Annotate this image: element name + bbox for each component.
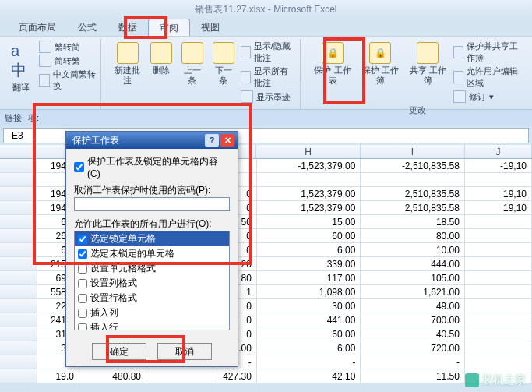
table-row[interactable]: 19.0480.80427.3042.1011.50 (0, 369, 532, 383)
delete-icon (150, 42, 172, 64)
share-icon (417, 42, 439, 64)
permission-item[interactable]: 插入列 (75, 305, 229, 320)
permission-item[interactable]: 设置列格式 (75, 276, 229, 291)
show-hide-comment[interactable]: 显示/隐藏批注 (241, 41, 296, 64)
permission-checkbox[interactable] (78, 279, 87, 288)
permission-checkbox[interactable] (78, 309, 87, 318)
permission-checkbox[interactable] (78, 294, 87, 303)
lock-book-icon: 🔒 (369, 42, 391, 64)
new-comment-button[interactable]: 新建批注 (111, 41, 144, 103)
permission-item[interactable]: 设置单元格格式 (75, 261, 229, 276)
password-input[interactable] (74, 197, 230, 211)
protect-content-checkbox[interactable] (74, 162, 84, 172)
watermark-logo-icon (465, 373, 479, 387)
window-title: 销售表11.27.xlsx - Microsoft Excel (0, 0, 532, 19)
opt-label: 项: (28, 112, 39, 124)
permission-item[interactable]: 插入行 (75, 320, 229, 330)
tab-review[interactable]: 审阅 (148, 19, 190, 36)
col-header-h[interactable]: H (256, 145, 361, 158)
next-comment-button[interactable]: 下一条 (210, 41, 238, 103)
password-label: 取消工作表保护时使用的密码(P): (74, 184, 230, 197)
allow-label: 允许此工作表的所有用户进行(O): (74, 217, 230, 231)
protect-sheet-button[interactable]: 🔒保护 工作表 (310, 41, 354, 103)
next-icon (213, 42, 234, 64)
ribbon-tabs: 页面布局 公式 数据 审阅 视图 (0, 19, 532, 36)
quick-access-row: 链接 项: (0, 109, 532, 126)
dialog-close-button[interactable]: ✕ (220, 134, 234, 147)
show-ink[interactable]: 显示墨迹 (241, 90, 291, 103)
permission-checkbox[interactable] (78, 249, 87, 259)
track-changes-button[interactable]: 修订 ▾ (453, 90, 494, 103)
share-book-button[interactable]: 共享 工作簿 (406, 41, 450, 103)
link-label[interactable]: 链接 (5, 112, 22, 124)
simp-to-trad[interactable]: 繁转简 (39, 41, 80, 53)
col-header-i[interactable]: I (361, 145, 465, 158)
permission-checkbox[interactable] (78, 235, 87, 244)
conv-menu[interactable]: 中文简繁转换 (39, 69, 96, 92)
prev-icon (181, 42, 203, 64)
allow-range-button[interactable]: 允许用户编辑区域 (453, 65, 524, 89)
ok-button[interactable]: 确定 (92, 343, 146, 360)
dialog-help-button[interactable]: ? (205, 134, 219, 147)
protect-book-button[interactable]: 🔒保护 工作簿 (358, 41, 403, 103)
prev-comment-button[interactable]: 上一条 (178, 41, 206, 103)
protect-sheet-dialog: 保护工作表 ? ✕ 保护工作表及锁定的单元格内容(C) 取消工作表保护时使用的密… (65, 131, 238, 367)
comment-icon (117, 42, 139, 64)
tab-layout[interactable]: 页面布局 (8, 19, 67, 36)
tab-view[interactable]: 视图 (190, 19, 231, 36)
watermark: 装机之家 (465, 373, 526, 387)
protect-share-button[interactable]: 保护并共享工作簿 (453, 41, 524, 64)
group-label-changes: 更改 (409, 104, 426, 116)
permission-checkbox[interactable] (78, 264, 87, 274)
trad-to-simp[interactable]: 简转繁 (39, 55, 80, 67)
translate-button[interactable]: a中 翻译 (8, 41, 34, 94)
permission-checkbox[interactable] (78, 323, 87, 331)
delete-comment-button[interactable]: 删除 (147, 41, 175, 103)
protect-checkbox-row[interactable]: 保护工作表及锁定的单元格内容(C) (74, 155, 230, 179)
permission-item[interactable]: 设置行格式 (75, 291, 229, 305)
col-header-j[interactable]: J (465, 145, 532, 158)
cancel-button[interactable]: 取消 (157, 343, 212, 360)
permission-item[interactable]: 选定未锁定的单元格 (75, 246, 229, 261)
lock-sheet-icon: 🔒 (322, 42, 344, 64)
dialog-title: 保护工作表 (72, 134, 119, 147)
cell-reference[interactable]: -E3 (4, 130, 66, 141)
tab-data[interactable]: 数据 (107, 19, 148, 36)
ribbon: a中 翻译 繁转简 简转繁 中文简繁转换 新建批注 删除 上一条 下一条 显示/… (0, 36, 532, 109)
permission-item[interactable]: 选定锁定单元格 (75, 231, 229, 246)
tab-formula[interactable]: 公式 (67, 19, 107, 36)
show-all-comments[interactable]: 显示所有批注 (241, 65, 296, 89)
permissions-listbox[interactable]: 选定锁定单元格选定未锁定的单元格设置单元格格式设置列格式设置行格式插入列插入行插… (74, 231, 230, 330)
